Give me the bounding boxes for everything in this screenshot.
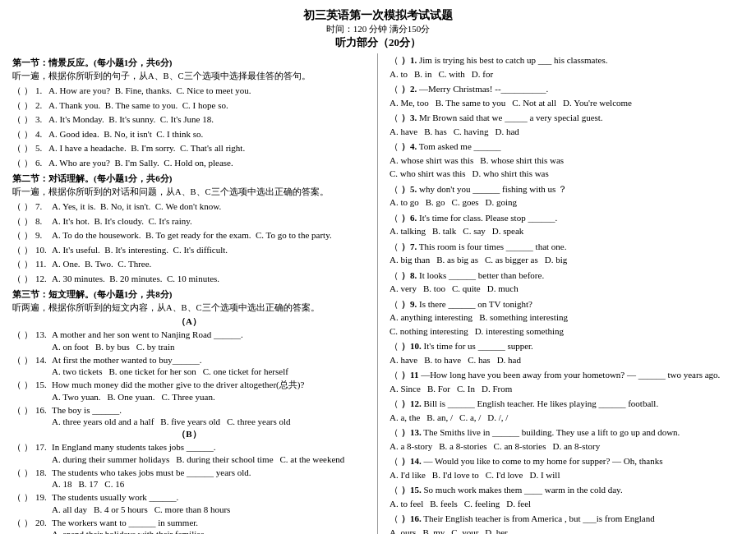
right-item: （ ）1. Jim is trying his best to catch up… [390,53,744,81]
part1-item-row: （ ） 4. A. Good idea. B. No, it isn't C. … [12,127,366,141]
part2-items: （ ） 7. A. Yes, it is. B. No, it isn't. C… [12,200,366,285]
option-a: A. I have a headache. B. I'm sorry. C. T… [48,141,245,155]
part2-item-row: （ ） 12. A. 30 minutes. B. 20 minutes. C.… [12,272,366,286]
part1-item-row: （ ） 6. A. Who are you? B. I'm Sally. C. … [12,156,366,170]
paren2: ） [24,99,35,113]
right-item: （ ）9. Is there ______ on TV tonight? A. … [390,297,744,338]
paren: （ [12,127,24,141]
paren: （ [12,141,24,155]
part3-items-A: （ ） 13. A mother and her son went to Nan… [12,328,366,426]
part2-item-row: （ ） 8. A. It's hot. B. It's cloudy. C. I… [12,214,366,228]
page-header: 初三英语第一次模拟考试试题 时间：120 分钟 满分150分 听力部分（20分） [12,8,744,50]
part3-A-item: （ ） 16. The boy is ______. A. three year… [12,403,366,427]
part2-item-row: （ ） 10. A. It's useful. B. It's interest… [12,243,366,257]
right-item: （ ）6. It's time for class. Please stop _… [390,211,744,238]
paren2: ） [24,156,35,170]
part3-A-item: （ ） 15. How much money did the mother gi… [12,378,366,402]
listening-title: 听力部分（20分） [12,35,744,50]
part1-item-row: （ ） 2. A. Thank you. B. The same to you.… [12,99,366,113]
option-a: A. It's Monday. B. It's sunny. C. It's J… [48,113,214,127]
part2-item-row: （ ） 11. A. One. B. Two. C. Three. [12,257,366,271]
part2-header: 第二节：对话理解。(每小题1分，共6分) [12,173,366,185]
paren2: ） [24,113,35,127]
item-num: 2. [35,99,48,113]
option-a: A. How are you? B. Fine, thanks. C. Nice… [48,84,251,98]
part1-instruction: 听一遍，根据你所听到的句子，从A、B、C三个选项中选择最佳答的答句。 [12,71,366,82]
part3-B-item: （ ） 19. The students usually work ______… [12,490,366,514]
paren: （ [12,99,24,113]
paren: （ [12,84,24,98]
right-item: （ ）16. Their English teacher is from Ame… [390,512,744,534]
col-divider [377,53,378,534]
left-column: 第一节：情景反应。(每小题1分，共6分) 听一遍，根据你所听到的句子，从A、B、… [12,53,366,534]
right-item: （ ）15. So much work makes them ____ warm… [390,483,744,510]
right-items: （ ）1. Jim is trying his best to catch up… [390,53,744,534]
part3-A-label: （A） [12,315,366,328]
part3-B-label: （B） [12,428,366,440]
part3-header: 第三节：短文理解。(每小题1分，共8分) [12,288,366,301]
part2-instruction: 听一遍，根据你所听到的对话和问题，从A、B、C三个选项中选出正确的答案。 [12,186,366,198]
right-item: （ ）14. — Would you like to come to my ho… [390,454,744,481]
item-num: 5. [35,141,48,155]
right-item: （ ）11 —How long have you been away from … [390,368,744,395]
paren2: ） [24,84,35,98]
item-num: 6. [35,156,48,170]
right-item: （ ）5. why don't you ______ fishing with … [390,182,744,209]
item-num: 1. [35,84,48,98]
part3-items-B: （ ） 17. In England many students takes j… [12,440,366,534]
right-item: （ ）12. Bill is ______ English teacher. H… [390,397,744,424]
part3-B-item: （ ） 18. The students who takes jobs must… [12,466,366,490]
part3-A-item: （ ） 13. A mother and her son went to Nan… [12,328,366,352]
right-item: （ ）13. The Smiths live in ______ buildin… [390,426,744,453]
paren2: ） [24,141,35,155]
item-num: 4. [35,127,48,141]
part1-item-row: （ ） 3. A. It's Monday. B. It's sunny. C.… [12,113,366,127]
option-a: A. Who are you? B. I'm Sally. C. Hold on… [48,156,233,170]
part3-A-item: （ ） 14. At first the mother wanted to bu… [12,353,366,377]
part2-item-row: （ ） 7. A. Yes, it is. B. No, it isn't. C… [12,200,366,214]
paren: （ [12,156,24,170]
paren: （ [12,113,24,127]
part1-header: 第一节：情景反应。(每小题1分，共6分) [12,57,366,69]
right-item: （ ）8. It looks ______ better than before… [390,269,744,296]
exam-title: 初三英语第一次模拟考试试题 [12,8,744,23]
right-item: （ ）3. Mr Brown said that we _____ a very… [390,111,744,138]
right-column: （ ）1. Jim is trying his best to catch up… [390,53,744,534]
right-item: （ ）7. This room is four times ______ tha… [390,240,744,267]
main-content: 第一节：情景反应。(每小题1分，共6分) 听一遍，根据你所听到的句子，从A、B、… [12,53,744,534]
part3-B-item: （ ） 20. The workers want to ______ in su… [12,516,366,535]
paren2: ） [24,127,35,141]
part1-item-row: （ ） 1. A. How are you? B. Fine, thanks. … [12,84,366,98]
part3-instruction: 听两遍，根据你所听到的短文内容，从A、B、C三个选项中选出正确的答案。 [12,302,366,314]
exam-time: 时间：120 分钟 满分150分 [12,23,744,35]
part3-B-item: （ ） 17. In England many students takes j… [12,440,366,464]
part2-item-row: （ ） 9. A. To do the housework. B. To get… [12,228,366,242]
right-item: （ ）2. —Merry Christmas! --__________. A.… [390,82,744,109]
part1-items: （ ） 1. A. How are you? B. Fine, thanks. … [12,84,366,169]
option-a: A. Good idea. B. No, it isn't C. I think… [48,127,203,141]
right-item: （ ）10. It's time for us ______ supper. A… [390,339,744,366]
right-item: （ ）4. Tom asked me ______ A. whose shirt… [390,140,744,181]
option-a: A. Thank you. B. The same to you. C. I h… [48,99,228,113]
part1-item-row: （ ） 5. A. I have a headache. B. I'm sorr… [12,141,366,155]
item-num: 3. [35,113,48,127]
